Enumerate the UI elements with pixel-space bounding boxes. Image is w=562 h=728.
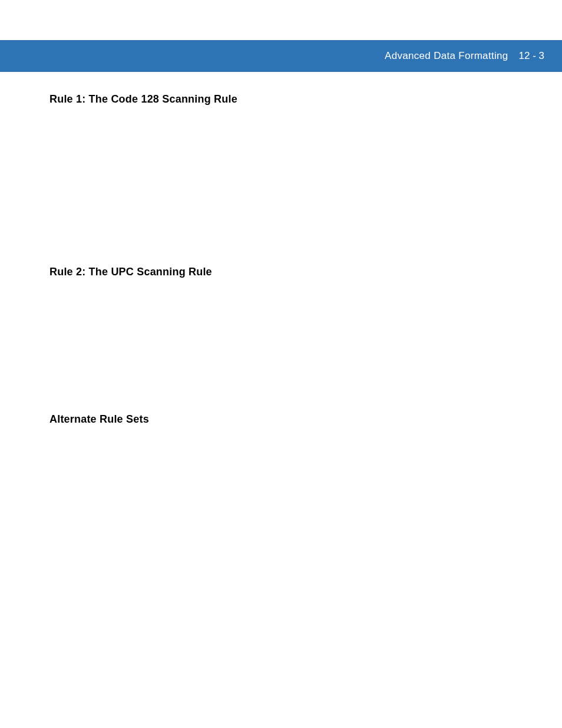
page-number: 12 - 3 — [519, 50, 544, 62]
page-content: Rule 1: The Code 128 Scanning Rule Rule … — [49, 87, 521, 426]
page-header: Advanced Data Formatting 12 - 3 — [0, 40, 562, 72]
heading-rule-2: Rule 2: The UPC Scanning Rule — [49, 266, 521, 278]
heading-rule-1: Rule 1: The Code 128 Scanning Rule — [49, 93, 521, 106]
header-title: Advanced Data Formatting — [385, 50, 508, 62]
heading-alternate-rule-sets: Alternate Rule Sets — [49, 413, 521, 426]
